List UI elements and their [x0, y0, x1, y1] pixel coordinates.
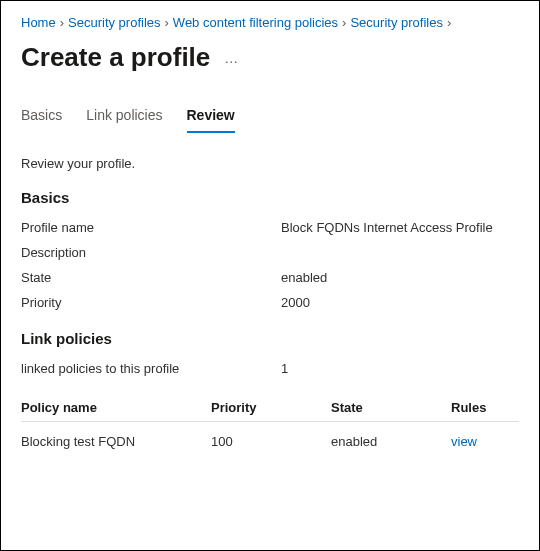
- tab-review[interactable]: Review: [187, 101, 235, 133]
- label-state: State: [21, 270, 281, 285]
- more-actions-icon[interactable]: …: [224, 50, 239, 66]
- row-priority: Priority 2000: [21, 295, 519, 310]
- row-state: State enabled: [21, 270, 519, 285]
- th-priority[interactable]: Priority: [211, 394, 331, 422]
- page-header: Create a profile …: [21, 42, 519, 73]
- table-row: Blocking test FQDN 100 enabled view: [21, 422, 519, 456]
- cell-policy-name: Blocking test FQDN: [21, 422, 211, 456]
- value-linked-policies: 1: [281, 361, 288, 376]
- linked-policies-table: Policy name Priority State Rules Blockin…: [21, 394, 519, 455]
- intro-text: Review your profile.: [21, 156, 519, 171]
- th-policy-name[interactable]: Policy name: [21, 394, 211, 422]
- breadcrumb-security-profiles[interactable]: Security profiles: [68, 15, 160, 30]
- section-heading-link-policies: Link policies: [21, 330, 519, 347]
- table-header-row: Policy name Priority State Rules: [21, 394, 519, 422]
- chevron-right-icon: ›: [165, 15, 169, 30]
- row-description: Description: [21, 245, 519, 260]
- view-rules-link[interactable]: view: [451, 434, 477, 449]
- section-heading-basics: Basics: [21, 189, 519, 206]
- th-rules[interactable]: Rules: [451, 394, 519, 422]
- value-state: enabled: [281, 270, 327, 285]
- chevron-right-icon: ›: [447, 15, 451, 30]
- value-priority: 2000: [281, 295, 310, 310]
- label-priority: Priority: [21, 295, 281, 310]
- label-profile-name: Profile name: [21, 220, 281, 235]
- breadcrumb-security-profiles-2[interactable]: Security profiles: [350, 15, 442, 30]
- tabs: Basics Link policies Review: [21, 101, 519, 134]
- breadcrumb-web-content-filtering[interactable]: Web content filtering policies: [173, 15, 338, 30]
- row-profile-name: Profile name Block FQDNs Internet Access…: [21, 220, 519, 235]
- chevron-right-icon: ›: [342, 15, 346, 30]
- value-profile-name: Block FQDNs Internet Access Profile: [281, 220, 493, 235]
- row-linked-policies-count: linked policies to this profile 1: [21, 361, 519, 376]
- chevron-right-icon: ›: [60, 15, 64, 30]
- th-state[interactable]: State: [331, 394, 451, 422]
- label-linked-policies: linked policies to this profile: [21, 361, 281, 376]
- breadcrumb-home[interactable]: Home: [21, 15, 56, 30]
- breadcrumb: Home › Security profiles › Web content f…: [21, 15, 519, 30]
- page-title: Create a profile: [21, 42, 210, 73]
- cell-state: enabled: [331, 422, 451, 456]
- cell-priority: 100: [211, 422, 331, 456]
- label-description: Description: [21, 245, 281, 260]
- tab-basics[interactable]: Basics: [21, 101, 62, 133]
- tab-link-policies[interactable]: Link policies: [86, 101, 162, 133]
